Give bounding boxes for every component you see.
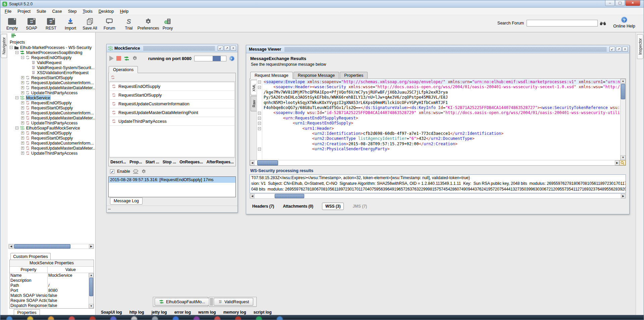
xml-code-area[interactable]: <soapenv:Envelope xmlns:soapenv="http://… — [262, 79, 620, 160]
fold-collapse-icon[interactable]: − — [258, 148, 261, 151]
tree-item[interactable]: +RequestEndOfSupply — [8, 130, 95, 136]
operation-list-item[interactable]: RequestEndOfSupply — [110, 82, 234, 91]
tree-item[interactable]: +RequestUpdateMasterDataMeter... — [8, 85, 95, 90]
taskbar-icon[interactable] — [69, 316, 75, 320]
taskbar-icon[interactable] — [90, 316, 96, 320]
mockservice-help-icon[interactable]: ? — [229, 56, 235, 61]
start-mockservice-icon[interactable] — [109, 56, 114, 61]
restore-elhubsoapfault-button[interactable]: ElhubSoapFaultMo... — [155, 298, 210, 306]
expand-icon[interactable]: + — [21, 111, 24, 114]
stop-mockservice-icon[interactable] — [116, 56, 121, 61]
tree-item[interactable]: −MarketProcessesSoapBinding — [8, 50, 95, 55]
taskbar-icon[interactable] — [194, 316, 200, 320]
restore-button[interactable]: ▢ — [615, 0, 625, 6]
expand-icon[interactable]: + — [21, 142, 24, 145]
tree-item[interactable]: −RequestEndOfSupply — [8, 55, 95, 60]
enable-checkbox[interactable]: ✓ — [110, 169, 114, 174]
restart-arrows-icon[interactable] — [124, 56, 129, 61]
scroll-up-icon[interactable]: ▲ — [621, 79, 626, 84]
mdi-minimize-button[interactable]: ↙ — [609, 47, 615, 52]
menu-suite[interactable]: Suite — [34, 8, 49, 15]
taskbar-icon[interactable] — [110, 316, 116, 320]
menu-step[interactable]: Step — [65, 8, 80, 15]
minimize-button[interactable]: – — [605, 0, 615, 6]
restore-validrequest-button[interactable]: SOAPValidRequest — [214, 298, 253, 306]
gear-icon[interactable] — [132, 56, 138, 61]
operation-list-item[interactable]: UpdateThirdPartyAccess — [110, 117, 234, 126]
toolbar-empty-button[interactable]: ✶Empty — [2, 16, 22, 31]
search-forum-input[interactable] — [527, 20, 598, 26]
properties-vertical-scrollbar[interactable]: ▲ ▼ — [89, 273, 94, 308]
tree-item[interactable]: −SOAPValidRequest-System/Securit... — [8, 65, 95, 70]
tree-options-icon[interactable] — [11, 34, 16, 38]
mockservice-title-bar[interactable]: MockService ↙ ↗ × — [107, 44, 237, 52]
tab-operations[interactable]: Operations — [109, 66, 138, 73]
action-descri-button[interactable]: Descri... — [110, 160, 126, 164]
custom-properties-tab[interactable]: Custom Properties — [10, 253, 51, 260]
taskbar-icon[interactable] — [131, 316, 137, 320]
mdi-close-button[interactable]: × — [622, 47, 628, 52]
expand-icon[interactable]: + — [21, 91, 24, 94]
binoculars-icon[interactable] — [600, 21, 606, 25]
expand-icon[interactable]: + — [21, 152, 24, 155]
log-tab-script-log[interactable]: script log — [254, 310, 272, 315]
log-tab-jetty-log[interactable]: jetty log — [152, 310, 167, 315]
scrollbar-thumb[interactable] — [257, 160, 278, 165]
collapse-icon[interactable]: − — [15, 96, 18, 99]
taskbar-icon[interactable] — [173, 316, 179, 320]
tree-item[interactable]: +RequestUpdateCustomerInform... — [8, 141, 95, 146]
tree-item[interactable]: +RequestStartOfSupply — [8, 105, 95, 110]
tree-item[interactable]: +RequestStartOfSupply — [8, 75, 95, 80]
scroll-left-icon[interactable]: ◀ — [250, 160, 255, 165]
eraser-icon[interactable] — [133, 169, 139, 174]
scroll-down-icon[interactable]: ▼ — [89, 304, 94, 308]
editor-tab-xml[interactable]: XML — [251, 80, 257, 95]
property-row[interactable]: Description — [10, 278, 89, 283]
taskbar-icon[interactable] — [152, 316, 158, 320]
toolbar-rest-button[interactable]: ✶RESTREST — [41, 16, 61, 31]
expand-icon[interactable]: + — [21, 137, 24, 140]
taskbar-icon[interactable] — [277, 316, 283, 320]
taskbar-icon[interactable] — [235, 316, 241, 320]
tree-item[interactable]: −Elhub-MarketProcesses - WS-Security — [8, 45, 95, 50]
scroll-right-icon[interactable]: ▶ — [621, 194, 626, 198]
menu-desktop[interactable]: Desktop — [96, 8, 117, 15]
collapse-icon[interactable]: − — [15, 126, 18, 129]
fold-collapse-icon[interactable]: − — [258, 112, 261, 115]
drag-grip[interactable] — [210, 298, 213, 306]
scrollbar-thumb[interactable] — [89, 278, 93, 296]
tree-item[interactable]: −ElhubSoapFaultMockService — [8, 125, 95, 130]
taskbar-icon[interactable] — [256, 316, 262, 320]
editor-vertical-scrollbar[interactable]: ▲ ▼ — [620, 79, 626, 160]
expand-icon[interactable]: + — [21, 121, 24, 124]
message-log-entry[interactable]: 2015-08-28 09:57:15.316: [RequestEndOfSu… — [109, 177, 235, 183]
log-tab-memory-log[interactable]: memory log — [223, 310, 246, 315]
fold-collapse-icon[interactable]: − — [258, 117, 261, 120]
refresh-operations-icon[interactable] — [111, 75, 115, 79]
close-button[interactable]: × — [625, 0, 640, 6]
expand-icon[interactable]: + — [21, 76, 24, 79]
operation-list-item[interactable]: RequestStartOfSupply — [110, 91, 234, 100]
tree-item[interactable]: +RequestEndOfSupply — [8, 100, 95, 105]
scrollbar-thumb[interactable] — [14, 244, 70, 249]
tree-item[interactable]: +RequestUpdateCustomerInform... — [8, 110, 95, 115]
property-value-cell[interactable]: MockService — [48, 273, 89, 278]
expand-icon[interactable]: + — [21, 116, 24, 119]
tab-message-log[interactable]: Message Log — [110, 198, 143, 205]
property-row[interactable]: Match SOAP Versionfalse — [10, 293, 89, 298]
tab-attachments-0-[interactable]: Attachments (0) — [283, 204, 313, 209]
menu-case[interactable]: Case — [49, 8, 65, 15]
tab-request-message[interactable]: Request Message — [250, 72, 293, 79]
action-stop-button[interactable]: Stop ... — [163, 160, 176, 164]
toolbar-import-button[interactable]: Import — [61, 16, 80, 31]
toolbar-forum-button[interactable]: Forum — [100, 16, 119, 31]
expand-icon[interactable]: + — [21, 106, 24, 109]
tree-item[interactable]: +RequestStartOfSupply — [8, 136, 95, 141]
tree-item[interactable]: −SOAPXSDValidationErrorRequest — [8, 70, 95, 75]
log-tab-error-log[interactable]: error log — [174, 310, 191, 315]
collapse-icon[interactable]: − — [10, 46, 13, 49]
expand-icon[interactable]: + — [21, 86, 24, 89]
taskbar-icon[interactable] — [27, 316, 33, 320]
title-drag-area[interactable] — [143, 46, 215, 51]
collapse-icon[interactable]: − — [21, 56, 24, 59]
